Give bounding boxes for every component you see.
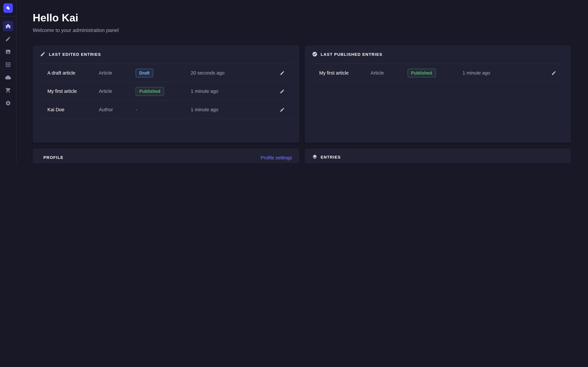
- media-library-icon: [5, 49, 11, 55]
- pencil-icon: [279, 70, 285, 75]
- card-title: LAST EDITED ENTRIES: [49, 52, 101, 56]
- profile-settings-link[interactable]: Profile settings: [261, 155, 292, 160]
- sidebar-divider: [0, 16, 16, 17]
- content-manager-icon: [5, 36, 11, 42]
- last-edited-table: A draft article Article Draft 20 seconds…: [40, 63, 292, 119]
- entries-card: ENTRIES 3 entries Draft: [304, 148, 571, 163]
- table-row: A draft article Article Draft 20 seconds…: [40, 64, 292, 82]
- entry-name: My first article: [47, 88, 99, 94]
- entry-time: 20 seconds ago: [191, 70, 275, 76]
- page-header: Hello Kai Welcome to your administration…: [33, 12, 571, 33]
- card-title: LAST PUBLISHED ENTRIES: [321, 52, 382, 56]
- entries-header: ENTRIES: [304, 148, 571, 163]
- entry-time: 1 minute ago: [463, 70, 547, 76]
- entry-name: My first article: [319, 70, 371, 76]
- admin-dashboard: KD Hello Kai Welcome to your administrat…: [0, 0, 588, 163]
- entry-type: Article: [371, 70, 407, 76]
- pencil-icon: [279, 107, 285, 112]
- table-row: Kai Doe Author - 1 minute ago: [40, 101, 292, 119]
- status-badge: Published: [136, 87, 164, 96]
- layers-icon: [312, 154, 317, 160]
- entry-type: Author: [99, 107, 136, 112]
- edit-entry-button[interactable]: [275, 89, 285, 94]
- entry-type: Article: [99, 88, 136, 94]
- pencil-icon: [551, 70, 556, 75]
- entry-time: 1 minute ago: [191, 107, 275, 112]
- sidebar-item-settings[interactable]: [3, 98, 13, 108]
- status-badge: Published: [407, 68, 436, 77]
- last-edited-header: LAST EDITED ENTRIES: [33, 45, 299, 61]
- sidebar-item-content-manager[interactable]: [3, 34, 13, 44]
- sidebar-item-content-type-builder[interactable]: [3, 59, 13, 70]
- cloud-icon: [5, 75, 11, 80]
- entry-status: Published: [136, 87, 191, 96]
- dashboard-grid: LAST EDITED ENTRIES A draft article Arti…: [33, 45, 571, 163]
- entry-status: Draft: [136, 68, 191, 77]
- last-published-table: My first article Article Published 1 min…: [312, 63, 564, 82]
- last-published-card: LAST PUBLISHED ENTRIES My first article …: [304, 45, 571, 143]
- entry-name: A draft article: [47, 70, 99, 76]
- card-title: PROFILE: [43, 155, 63, 160]
- check-circle-icon: [312, 51, 317, 57]
- main-content: Hello Kai Welcome to your administration…: [17, 0, 588, 163]
- pencil-icon: [279, 89, 285, 94]
- edit-entry-button[interactable]: [275, 70, 285, 75]
- status-badge: Draft: [136, 68, 153, 77]
- sidebar-item-home[interactable]: [3, 21, 13, 31]
- pencil-icon: [40, 51, 46, 57]
- strapi-logo-icon: [5, 5, 11, 11]
- settings-gear-icon: [5, 100, 11, 106]
- sidebar-item-marketplace[interactable]: [3, 85, 13, 95]
- edit-entry-button[interactable]: [547, 70, 556, 75]
- sidebar-item-deploy[interactable]: [3, 72, 13, 83]
- profile-card: PROFILE Profile settings KD Kai Doe kai.…: [33, 148, 299, 163]
- entry-status: -: [136, 107, 191, 112]
- marketplace-cart-icon: [5, 87, 11, 93]
- table-row: My first article Article Published 1 min…: [312, 64, 564, 82]
- page-subtitle: Welcome to your administration panel: [33, 27, 571, 33]
- card-title: ENTRIES: [321, 155, 341, 159]
- sidebar-nav: [3, 21, 13, 108]
- content-type-builder-icon: [5, 62, 11, 67]
- sidebar: KD: [0, 0, 17, 163]
- home-icon: [5, 23, 11, 29]
- table-row: My first article Article Published 1 min…: [40, 82, 292, 101]
- edit-entry-button[interactable]: [275, 107, 285, 112]
- entry-type: Article: [99, 70, 136, 76]
- page-title: Hello Kai: [33, 12, 571, 24]
- profile-header: PROFILE Profile settings: [33, 148, 299, 163]
- strapi-logo[interactable]: [3, 3, 13, 13]
- entry-name: Kai Doe: [47, 107, 99, 112]
- last-published-header: LAST PUBLISHED ENTRIES: [304, 45, 571, 61]
- sidebar-item-media-library[interactable]: [3, 47, 13, 57]
- profile-header-left: PROFILE: [40, 154, 63, 161]
- last-edited-card: LAST EDITED ENTRIES A draft article Arti…: [33, 45, 299, 143]
- entry-status: Published: [407, 68, 463, 77]
- entry-time: 1 minute ago: [191, 88, 275, 94]
